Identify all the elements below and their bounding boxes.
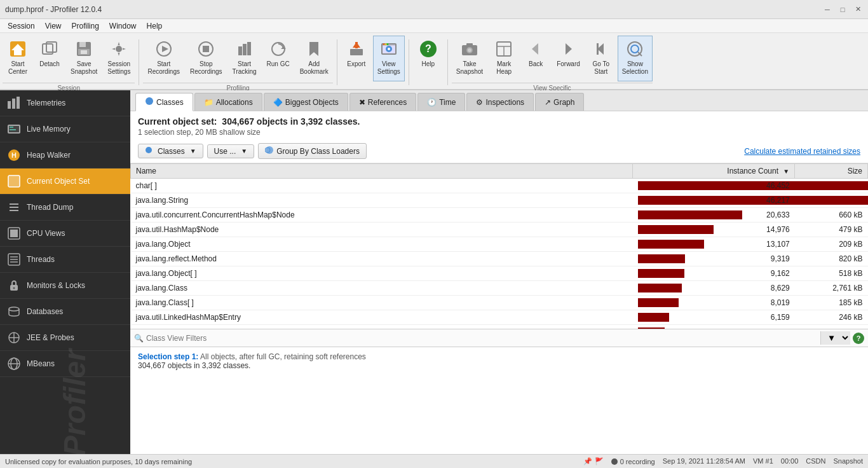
filter-dropdown[interactable]: ▼ (820, 331, 850, 345)
license-text: Unlicensed copy for evaluation purposes,… (5, 458, 192, 465)
calculate-retained-link[interactable]: Calculate estimated retained sizes (744, 147, 860, 156)
sidebar-item-threads[interactable]: Threads (0, 247, 130, 273)
table-row[interactable]: java.util.concurrent.ConcurrentHashMap$N… (131, 208, 868, 223)
class-view-filter-input[interactable] (146, 334, 820, 343)
class-name-cell: java.util.LinkedHashMap$Entry (131, 310, 633, 325)
databases-icon (6, 304, 22, 319)
table-row[interactable]: java.lang.String 46,217 1,109 kB (131, 193, 868, 208)
size-column-header[interactable]: Size (795, 164, 868, 179)
toolbar-session-items: StartCenter Detach (3, 36, 135, 81)
help-button[interactable]: ? Help (413, 36, 444, 81)
classes-dropdown-icon (145, 146, 153, 156)
filter-help-icon[interactable]: ? (853, 333, 864, 344)
instance-count-cell: 5,278 (633, 325, 795, 329)
time-label: 00:00 (781, 457, 799, 465)
size-cell: 820 kB (795, 252, 868, 266)
save-snapshot-button[interactable]: SaveSnapshot (66, 36, 102, 81)
instance-count-cell: 13,107 (633, 237, 795, 252)
svg-point-26 (383, 43, 384, 45)
instance-count-cell: 9,319 (633, 252, 795, 266)
size-cell: 518 kB (795, 266, 868, 281)
table-row[interactable]: java.lang.Class 8,629 2,761 kB (131, 281, 868, 296)
tab-time[interactable]: 🕐 Time (417, 93, 465, 111)
brand-label: CSDN (806, 457, 825, 465)
start-center-button[interactable]: StartCenter (3, 36, 33, 81)
close-button[interactable]: ✕ (853, 4, 863, 15)
forward-button[interactable]: Forward (552, 36, 585, 81)
databases-label: Databases (27, 307, 63, 316)
table-row[interactable]: char[ ] 46,452 5,031 kB (131, 179, 868, 193)
table-row[interactable]: java.lang.reflect.Method 9,319 820 kB (131, 252, 868, 266)
svg-rect-54 (8, 176, 20, 187)
detach-button[interactable]: Detach (34, 36, 65, 81)
mark-heap-button[interactable]: MarkHeap (489, 36, 519, 81)
class-name-cell: char[ ] (131, 179, 633, 193)
menu-session[interactable]: Session (3, 20, 40, 32)
menu-help[interactable]: Help (142, 20, 168, 32)
sidebar-item-cpu-views[interactable]: CPU Views (0, 221, 130, 247)
back-button[interactable]: Back (520, 36, 551, 81)
use-dropdown-button[interactable]: Use ... ▼ (207, 144, 255, 158)
svg-point-28 (386, 43, 388, 45)
svg-rect-51 (10, 129, 16, 130)
menu-window[interactable]: Window (104, 20, 142, 32)
sidebar-item-monitors-locks[interactable]: Monitors & Locks (0, 273, 130, 299)
menu-profiling[interactable]: Profiling (67, 20, 104, 32)
start-recordings-button[interactable]: StartRecordings (143, 36, 184, 81)
sidebar-item-heap-walker[interactable]: H Heap Walker (0, 142, 130, 169)
camera-icon (459, 39, 480, 59)
tab-allocations[interactable]: 📁 Allocations (194, 93, 262, 111)
toolbar-sep-3 (409, 39, 409, 85)
instance-count-column-header[interactable]: Instance Count ▼ (633, 164, 795, 179)
allocations-tab-label: Allocations (216, 98, 253, 107)
take-snapshot-button[interactable]: TakeSnapshot (452, 36, 487, 81)
sidebar-item-databases[interactable]: Databases (0, 299, 130, 325)
name-column-header[interactable]: Name (131, 164, 633, 179)
instance-count-cell: 6,159 (633, 310, 795, 325)
classes-dropdown-button[interactable]: Classes ▼ (138, 144, 203, 158)
table-row[interactable]: java.lang.Object[ ] 9,162 518 kB (131, 266, 868, 281)
inspections-tab-label: Inspections (485, 98, 524, 107)
toolbar-group-export: Export ViewSettings (341, 36, 405, 93)
header-stats-text: 304,667 objects in 3,392 classes. (222, 116, 360, 127)
group-by-class-loaders-button[interactable]: Group By Class Loaders (258, 143, 367, 159)
svg-point-74 (146, 147, 152, 153)
classes-dropdown-arrow: ▼ (190, 148, 196, 155)
table-container[interactable]: Name Instance Count ▼ Size char[ ] (130, 163, 868, 329)
sidebar-item-jee-probes[interactable]: JEE & Probes (0, 325, 130, 351)
tab-classes[interactable]: Classes (135, 93, 193, 111)
export-icon (346, 39, 367, 59)
class-name-cell: java.lang.Object (131, 237, 633, 252)
stop-recordings-button[interactable]: StopRecordings (186, 36, 227, 81)
go-to-start-button[interactable]: Go ToStart (586, 36, 616, 81)
export-button[interactable]: Export (341, 36, 372, 81)
telemetries-label: Telemetries (27, 99, 65, 107)
selection-step-link[interactable]: Selection step 1: (138, 352, 198, 361)
sidebar-item-mbeans[interactable]: MBeans (0, 351, 130, 377)
menu-view[interactable]: View (40, 20, 67, 32)
sidebar-item-telemetries[interactable]: Telemetries (0, 90, 130, 116)
minimize-button[interactable]: ─ (822, 4, 832, 15)
session-settings-button[interactable]: SessionSettings (103, 36, 135, 81)
bookmark-icon (304, 39, 324, 59)
run-gc-button[interactable]: Run GC (262, 36, 294, 81)
sidebar-item-current-object-set[interactable]: Current Object Set (0, 169, 130, 195)
start-tracking-button[interactable]: StartTracking (228, 36, 261, 81)
size-cell: 246 kB (795, 310, 868, 325)
table-row[interactable]: java.lang.Class[ ] 8,019 185 kB (131, 296, 868, 310)
add-bookmark-button[interactable]: AddBookmark (295, 36, 333, 81)
show-selection-button[interactable]: ShowSelection (618, 36, 653, 81)
tab-references[interactable]: ✖ References (349, 93, 416, 111)
table-row[interactable]: java.util.LinkedHashMap$Entry 6,159 246 … (131, 310, 868, 325)
tab-inspections[interactable]: ⚙ Inspections (466, 93, 534, 111)
sidebar-item-live-memory[interactable]: Live Memory (0, 116, 130, 142)
table-row[interactable]: byte[ ] 5,278 2,863 kB (131, 325, 868, 329)
tab-biggest-objects[interactable]: 🔷 Biggest Objects (264, 93, 348, 111)
maximize-button[interactable]: □ (837, 4, 848, 15)
view-settings-button[interactable]: ViewSettings (373, 36, 405, 81)
sidebar-item-thread-dump[interactable]: Thread Dump (0, 195, 130, 221)
instance-count-cell: 46,452 (633, 179, 795, 193)
table-row[interactable]: java.lang.Object 13,107 209 kB (131, 237, 868, 252)
tab-graph[interactable]: ↗ Graph (535, 93, 584, 111)
table-row[interactable]: java.util.HashMap$Node 14,976 479 kB (131, 223, 868, 237)
